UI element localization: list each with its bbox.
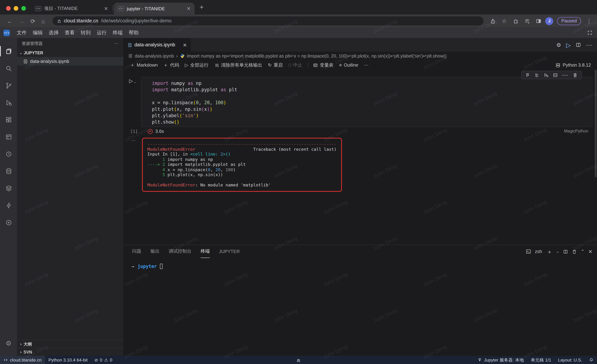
explorer-icon[interactable] [0, 43, 17, 60]
tab-debug-console[interactable]: 调试控制台 [169, 245, 192, 258]
breadcrumb-file[interactable]: data-analysis.ipynb [135, 53, 174, 59]
lightning-icon[interactable] [0, 197, 17, 214]
layout-indicator[interactable]: Layout: U.S. [555, 356, 586, 364]
circle-plus-icon[interactable] [0, 214, 17, 231]
close-tab-icon[interactable]: ✕ [187, 6, 191, 11]
run-cell-button[interactable]: ▷ ⌄ [129, 78, 136, 84]
fullscreen-icon[interactable] [587, 30, 592, 35]
forward-button[interactable]: → [16, 18, 27, 24]
chevron-down-icon[interactable]: ⌄ [556, 250, 559, 253]
add-markdown-button[interactable]: ＋ Markdown [130, 62, 158, 68]
toolbar-more-icon[interactable]: ⋯ [364, 62, 369, 68]
reading-list-icon[interactable] [523, 16, 532, 25]
cell-code-editor[interactable]: import numpy as npimport matplotlib.pypl… [152, 80, 589, 124]
extensions-puzzle-icon[interactable] [511, 16, 520, 25]
close-window-button[interactable] [6, 6, 11, 11]
menu-selection[interactable]: 选择 [46, 27, 62, 38]
menu-edit[interactable]: 编辑 [30, 27, 46, 38]
restart-kernel-button[interactable]: ↻ 重启 [268, 62, 283, 68]
restore-panel-button[interactable] [296, 356, 301, 364]
menu-goto[interactable]: 转到 [78, 27, 94, 38]
more-actions-icon[interactable]: ⋯ [586, 41, 592, 49]
new-terminal-icon[interactable]: ＋ [547, 248, 552, 254]
output-collapse-icon[interactable]: ⋯ [131, 138, 136, 143]
menu-file[interactable]: 文件 [14, 27, 30, 38]
menu-run[interactable]: 运行 [94, 27, 110, 38]
split-editor-icon[interactable] [576, 42, 581, 47]
reload-button[interactable]: ⟳ [27, 18, 38, 24]
execute-below-icon[interactable] [535, 72, 540, 77]
minimize-window-button[interactable] [14, 6, 18, 11]
settings-gear-icon[interactable]: ⚙ [0, 335, 17, 352]
layers-icon[interactable] [0, 179, 17, 197]
terminal-profile-icon[interactable] [526, 249, 531, 254]
menu-view[interactable]: 查看 [62, 27, 78, 38]
variables-button[interactable]: 变量表 [313, 62, 333, 68]
database-icon[interactable] [0, 163, 17, 179]
tab-problems[interactable]: 问题 [132, 245, 141, 258]
close-panel-icon[interactable]: ✕ [588, 249, 592, 254]
notifications-bell-icon[interactable] [586, 356, 597, 364]
browser-tab-jupyter[interactable]: <> jupyter - TITANIDE ✕ [114, 3, 195, 14]
search-icon[interactable] [0, 60, 17, 77]
close-tab-icon[interactable]: ✕ [183, 42, 187, 48]
history-icon[interactable] [0, 145, 17, 163]
paused-badge[interactable]: Paused [557, 17, 581, 25]
maximize-panel-icon[interactable]: ⌃ [581, 249, 585, 254]
terminal-view[interactable]: → jupyter [124, 258, 597, 356]
file-item-notebook[interactable]: data-analysis.ipynb [17, 57, 123, 65]
bookmark-star-icon[interactable]: ☆ [500, 16, 509, 25]
sidebar-more-icon[interactable]: ⋯ [114, 41, 119, 46]
settings-gear-icon[interactable]: ⚙ [556, 42, 561, 48]
browser-menu-icon[interactable]: ⋮ [585, 18, 593, 24]
cell-language-label[interactable]: MagicPython [564, 129, 588, 133]
code-cell[interactable]: import numpy as npimport matplotlib.pypl… [141, 77, 592, 127]
new-tab-button[interactable]: ＋ [195, 3, 209, 14]
delete-cell-icon[interactable] [573, 72, 578, 77]
close-tab-icon[interactable]: ✕ [104, 6, 108, 11]
tab-terminal[interactable]: 终端 [201, 245, 210, 258]
share-icon[interactable] [488, 16, 497, 25]
cell-more-icon[interactable]: ⋯ [562, 71, 568, 79]
extensions-icon[interactable] [0, 111, 17, 128]
menu-terminal[interactable]: 终端 [110, 27, 126, 38]
cell-indicator[interactable]: 单元格 1/1 [527, 356, 555, 364]
section-jupyter[interactable]: ⌄ JUPYTER [17, 49, 123, 57]
browser-tab-project[interactable]: <> 项目 - TITANIDE ✕ [31, 3, 112, 14]
python-interpreter[interactable]: Python 3.10.4 64-bit [45, 356, 91, 364]
breadcrumb[interactable]: data-analysis.ipynb › import numpy as np… [124, 52, 597, 60]
outline-button[interactable]: ≡ Outline [339, 62, 358, 68]
editor-tab-notebook[interactable]: data-analysis.ipynb ✕ [124, 38, 191, 52]
jupyter-server-status[interactable]: Jupyter 服务器: 本地 [474, 356, 527, 364]
interrupt-button[interactable]: □ 中止 [289, 62, 302, 68]
clear-outputs-button[interactable]: 清除所有单元格输出 [214, 62, 262, 68]
section-svn[interactable]: › SVN [17, 348, 123, 356]
problems-status[interactable]: ⊘ 0 ⚠ 0 [91, 356, 116, 364]
split-square-icon[interactable] [534, 16, 543, 25]
section-outline[interactable]: › 大纲 [17, 340, 123, 348]
run-all-button[interactable]: ▷ 全部运行 [185, 62, 208, 68]
split-cell-icon[interactable] [553, 72, 558, 77]
tab-output[interactable]: 输出 [150, 245, 159, 258]
frame-icon[interactable] [0, 128, 17, 145]
kernel-picker[interactable]: Python 3.8.12 [555, 62, 597, 68]
home-button[interactable]: ⌂ [38, 18, 48, 24]
run-all-icon[interactable]: ▷ [566, 41, 571, 49]
source-control-icon[interactable] [0, 77, 17, 94]
back-button[interactable]: ← [4, 18, 16, 24]
zoom-window-button[interactable] [21, 6, 26, 11]
tab-jupyter[interactable]: JUPYTER [219, 245, 240, 258]
run-debug-icon[interactable] [0, 94, 17, 111]
menu-help[interactable]: 帮助 [126, 27, 141, 38]
address-bar[interactable]: cloud.titanide.cn/ide/web/coding/jupyter… [52, 16, 484, 25]
remote-host-indicator[interactable]: cloud.titanide.cn [0, 356, 45, 364]
profile-avatar[interactable]: J [545, 17, 553, 25]
shell-label[interactable]: zsh [535, 249, 542, 254]
split-terminal-icon[interactable] [563, 249, 568, 254]
kill-terminal-icon[interactable] [572, 249, 577, 254]
debug-cell-icon[interactable] [544, 72, 549, 77]
add-code-button[interactable]: ＋ 代码 [164, 62, 179, 68]
editor-scrollbar[interactable] [595, 70, 597, 177]
breadcrumb-code[interactable]: import numpy as np↵import matplotlib.pyp… [187, 53, 447, 59]
execute-above-icon[interactable] [525, 72, 530, 77]
